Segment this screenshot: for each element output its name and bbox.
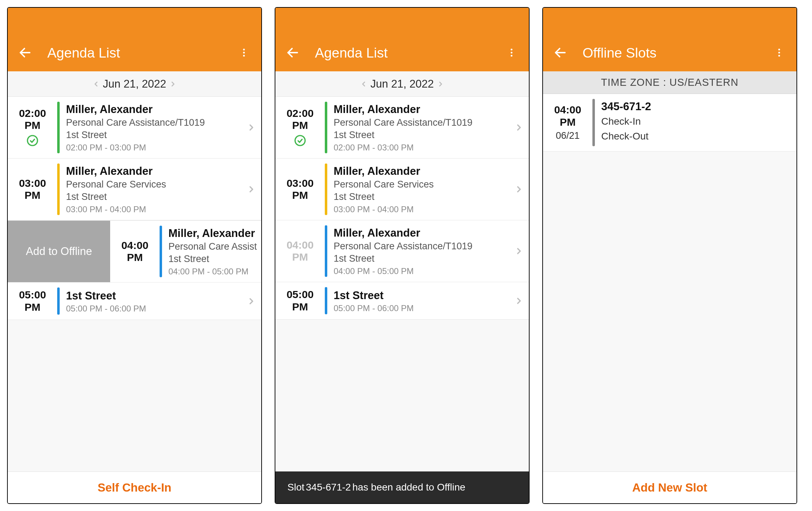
status-stripe	[160, 226, 162, 277]
check-out-label: Check-Out	[601, 131, 792, 142]
agenda-row[interactable]: 05:00 PM 1st Street 05:00 PM - 06:00 PM	[8, 283, 261, 320]
chevron-right-icon	[241, 159, 261, 220]
date-label[interactable]: Jun 21, 2022	[103, 78, 166, 90]
row-content: Miller, Alexander Personal Care Assistan…	[327, 220, 509, 282]
time-column: 05:00 PM	[8, 283, 57, 320]
arrow-left-icon	[18, 46, 32, 60]
status-stripe	[325, 164, 327, 215]
agenda-row[interactable]: 05:00 PM 1st Street 05:00 PM - 06:00 PM	[275, 282, 529, 320]
row-content: Miller, Alexander Personal Care Assistan…	[327, 97, 509, 158]
chevron-right-icon	[509, 97, 529, 158]
agenda-list: 02:00 PM Miller, Alexander Personal Care…	[8, 97, 261, 471]
agenda-row-swiped: Add to Offline 04:00 PM Miller, Alexande…	[8, 220, 261, 283]
dots-vertical-icon	[774, 47, 784, 58]
agenda-row[interactable]: 04:00 PM Miller, Alexander Personal Care…	[275, 220, 529, 282]
chevron-right-icon	[241, 283, 261, 320]
status-stripe	[592, 99, 595, 146]
prev-day-button[interactable]	[360, 79, 368, 89]
svg-point-1	[243, 49, 245, 50]
time-column: 02:00 PM	[8, 97, 57, 158]
agenda-row[interactable]: 03:00 PM Miller, Alexander Personal Care…	[8, 159, 261, 220]
screen-agenda-toast: Agenda List Jun 21, 2022 02:00 PM	[275, 7, 530, 504]
time-column: 04:00 PM	[275, 220, 325, 282]
appbar: Agenda List	[8, 8, 261, 71]
row-content: Miller, Alexander Personal Care Assistan…	[60, 97, 241, 158]
dots-vertical-icon	[239, 47, 249, 58]
next-day-button[interactable]	[169, 79, 177, 89]
row-content: 345-671-2 Check-In Check-Out	[595, 94, 796, 151]
next-day-button[interactable]	[437, 79, 444, 89]
status-stripe	[57, 102, 60, 153]
svg-point-12	[778, 52, 780, 54]
date-selector: Jun 21, 2022	[8, 71, 261, 97]
status-stripe	[57, 164, 60, 215]
row-content: Miller, Alexander Personal Care Assist 1…	[162, 221, 261, 282]
svg-point-7	[511, 52, 513, 54]
svg-point-6	[511, 49, 513, 50]
agenda-list: 02:00 PM Miller, Alexander Personal Care…	[275, 97, 529, 471]
chevron-right-icon	[509, 220, 529, 282]
appbar-title: Offline Slots	[583, 45, 771, 61]
back-button[interactable]	[17, 44, 33, 61]
chevron-right-icon	[241, 97, 261, 158]
back-button[interactable]	[552, 44, 568, 61]
offline-slot-row[interactable]: 04:00 PM 06/21 345-671-2 Check-In Check-…	[543, 94, 796, 151]
add-new-slot-button[interactable]: Add New Slot	[543, 471, 796, 503]
status-stripe	[325, 225, 327, 277]
timezone-label: TIME ZONE : US/EASTERN	[543, 71, 796, 94]
offline-slots-list: 04:00 PM 06/21 345-671-2 Check-In Check-…	[543, 94, 796, 471]
appbar-title: Agenda List	[47, 45, 236, 61]
svg-point-8	[511, 55, 513, 57]
svg-point-4	[28, 135, 37, 145]
toast-slot-id: 345-671-2	[306, 482, 351, 493]
agenda-row[interactable]: 02:00 PM Miller, Alexander Personal Care…	[275, 97, 529, 159]
check-circle-icon	[294, 135, 306, 148]
svg-point-13	[778, 55, 780, 57]
agenda-row[interactable]: 03:00 PM Miller, Alexander Personal Care…	[275, 159, 529, 220]
dots-vertical-icon	[506, 47, 517, 58]
screen-offline-slots: Offline Slots TIME ZONE : US/EASTERN 04:…	[542, 7, 797, 504]
time-column: 03:00 PM	[8, 159, 57, 220]
screen-agenda-swipe: Agenda List Jun 21, 2022 02:00 PM	[7, 7, 262, 504]
status-stripe	[57, 287, 60, 315]
date-selector: Jun 21, 2022	[275, 71, 529, 97]
row-content: Miller, Alexander Personal Care Services…	[60, 159, 241, 220]
appbar: Agenda List	[275, 8, 529, 71]
time-column: 05:00 PM	[275, 282, 325, 319]
appbar-title: Agenda List	[315, 45, 503, 61]
toast-message: Slot 345-671-2 has been added to Offline	[275, 471, 529, 503]
add-to-offline-button[interactable]: Add to Offline	[8, 221, 110, 282]
self-check-in-button[interactable]: Self Check-In	[8, 471, 261, 503]
status-stripe	[325, 102, 327, 153]
back-button[interactable]	[285, 44, 301, 61]
time-column: 03:00 PM	[275, 159, 325, 220]
overflow-menu-button[interactable]	[771, 44, 787, 61]
arrow-left-icon	[553, 46, 567, 60]
row-content: 1st Street 05:00 PM - 06:00 PM	[327, 282, 509, 319]
overflow-menu-button[interactable]	[236, 44, 252, 61]
status-stripe	[325, 287, 327, 314]
svg-point-3	[243, 55, 245, 57]
time-column: 02:00 PM	[275, 97, 325, 158]
svg-point-2	[243, 52, 245, 54]
check-in-label: Check-In	[601, 116, 792, 127]
svg-point-11	[778, 49, 780, 50]
appbar: Offline Slots	[543, 8, 796, 71]
time-column: 04:00 PM	[110, 221, 160, 282]
agenda-row[interactable]: 02:00 PM Miller, Alexander Personal Care…	[8, 97, 261, 159]
row-content: 1st Street 05:00 PM - 06:00 PM	[60, 283, 241, 320]
chevron-right-icon	[509, 282, 529, 319]
agenda-row[interactable]: 04:00 PM Miller, Alexander Personal Care…	[110, 221, 261, 282]
overflow-menu-button[interactable]	[503, 44, 520, 61]
slot-id: 345-671-2	[601, 100, 792, 113]
row-content: Miller, Alexander Personal Care Services…	[327, 159, 509, 220]
time-column: 04:00 PM 06/21	[543, 94, 592, 151]
svg-point-9	[295, 135, 305, 145]
date-label[interactable]: Jun 21, 2022	[370, 78, 434, 90]
arrow-left-icon	[286, 46, 300, 60]
prev-day-button[interactable]	[92, 79, 100, 89]
check-circle-icon	[26, 135, 38, 148]
chevron-right-icon	[509, 159, 529, 220]
